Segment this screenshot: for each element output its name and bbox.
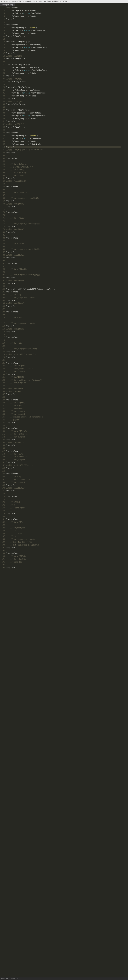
code-line[interactable]: "tag">?> — [6, 489, 120, 492]
code-line[interactable]: "tag"><?php — [6, 518, 120, 521]
code-line[interactable]: "fn">var_dump("var">$string); — [6, 143, 120, 146]
code-line[interactable]: // var_dump(is_numeric($a)); — [6, 274, 120, 276]
code-line[interactable]: "tag">?> — [6, 299, 120, 302]
code-line[interactable]: "fn">var_dump("var">$p); — [6, 49, 120, 52]
code-line[interactable]: //输出：int(23) ; — [6, 441, 120, 444]
code-line[interactable] — [6, 270, 120, 274]
code-line[interactable]: // var_dump(is_numeric($a)); — [6, 248, 120, 251]
code-line[interactable]: //输出：int(12) — [6, 390, 120, 393]
code-line[interactable] — [6, 239, 120, 242]
code-line[interactable]: "tag">?> — [6, 251, 120, 254]
code-line[interactable] — [6, 160, 120, 163]
code-line[interactable]: // $a = 0; — [6, 475, 120, 478]
code-line[interactable]: // var_dump(gettype($a)); — [6, 347, 120, 350]
code-line[interactable]: "tag">?>"tag"> --> — [6, 57, 120, 60]
code-line[interactable] — [6, 384, 120, 387]
code-line[interactable]: "fn">var_dump("var">$p); — [6, 32, 120, 35]
code-line[interactable]: "tag"><?php — [6, 427, 120, 430]
code-line[interactable]: // $b = boolval($a); — [6, 478, 120, 481]
code-line[interactable]: // $b = $a; — [6, 404, 120, 407]
code-line[interactable]: "tag">?> — [6, 373, 120, 376]
code-line[interactable]: "tag"><?php — [6, 211, 120, 214]
code-line[interactable] — [6, 515, 120, 518]
code-line[interactable]: "tag"><?php — [6, 157, 120, 160]
code-line[interactable] — [6, 549, 120, 552]
code-line[interactable] — [6, 313, 120, 316]
code-line[interactable]: // $a = "12dd234"; — [6, 268, 120, 270]
code-line[interactable]: "tag"><?php — [6, 310, 120, 313]
file-tab[interactable]: change1.php — [0, 3, 15, 6]
code-line[interactable]: //输出：int(12) ;string(7) "12ab234" — [6, 148, 120, 151]
code-line[interactable]: // var_dump($b); — [6, 413, 120, 416]
code-line[interactable]: "tag">?> — [6, 225, 120, 228]
code-line[interactable]: "var">$p = (integer)"var">$boolean; — [6, 46, 120, 49]
code-line[interactable]: "tag"><!-- "tag"><?php — [6, 40, 120, 43]
code-line[interactable]: // $a = "12234"; — [6, 216, 120, 220]
code-line[interactable]: // echo $b; — [6, 560, 120, 563]
code-line[interactable]: "tag">?> — [6, 438, 120, 441]
code-line[interactable] — [6, 396, 120, 399]
code-line[interactable]: "tag">?> — [6, 325, 120, 328]
code-line[interactable]: "var">$string = "12ab234"; — [6, 134, 120, 137]
code-line[interactable]: // $a = "12ab234"; — [6, 191, 120, 194]
code-line[interactable]: "tag">?> — [6, 146, 120, 149]
code-line[interactable]: "tag">?> — [6, 231, 120, 234]
code-line[interactable]: "tag">?>"tag"> --> — [6, 80, 120, 83]
code-line[interactable] — [6, 319, 120, 322]
code-line[interactable]: "tag">?> — [6, 546, 120, 549]
code-line[interactable]: // var_dump($f); — [6, 174, 120, 177]
code-line[interactable]: "tag">?> — [6, 151, 120, 154]
code-line[interactable]: "tag">?> — [6, 120, 120, 123]
code-line[interactable]: // $b = settype($a, "integer"); — [6, 379, 120, 382]
code-line[interactable]: // { — [6, 529, 120, 532]
code-line[interactable]: // $a = false;// — [6, 163, 120, 165]
code-line[interactable]: //会自动转化为浮点型12.0 — [6, 165, 120, 169]
code-line[interactable]: //输出：123 bool:true — [6, 541, 120, 544]
code-line[interactable] — [6, 38, 120, 41]
code-line[interactable]: // echo 123; — [6, 532, 120, 535]
code-line[interactable]: "tag">?> — [6, 18, 120, 21]
code-line[interactable]: "tag">?> — [6, 393, 120, 396]
code-line[interactable]: // var_dump(is_numeric($a)); — [6, 222, 120, 225]
code-line[interactable]: // $a = "12dd234"; — [6, 242, 120, 245]
code-line[interactable] — [6, 220, 120, 223]
code-line[interactable]: // $a = "0"; — [6, 521, 120, 524]
code-line[interactable]: "tag"><!-- "tag"><?php — [6, 108, 120, 111]
code-line[interactable]: "tag">?> — [6, 512, 120, 515]
code-line[interactable] — [6, 21, 120, 24]
code-line[interactable]: // var_dump($a); — [6, 410, 120, 413]
code-line[interactable]: // $a = 234; — [6, 453, 120, 455]
code-line[interactable]: // echo "jin"; — [6, 506, 120, 509]
code-line[interactable] — [6, 307, 120, 310]
code-line[interactable]: // $a = "123abc"; — [6, 555, 120, 558]
code-line[interactable]: // $a = "jin"; — [6, 401, 120, 404]
code-line[interactable]: //输出：int(1)真 — [6, 78, 120, 80]
code-line[interactable]: //输出：float(144.09) ; — [6, 180, 120, 183]
code-line[interactable] — [6, 333, 120, 336]
code-line[interactable]: // var_dump( $b); — [6, 382, 120, 384]
code-line[interactable]: "var">$p = (string)"var">$int; — [6, 12, 120, 15]
code-line[interactable]: // if($a) — [6, 501, 120, 504]
code-line[interactable]: //输出：bool(true) ; — [6, 328, 120, 331]
code-line[interactable]: "tag">?> — [6, 276, 120, 279]
code-line[interactable]: //输出：bool(false) ; — [6, 254, 120, 256]
code-line[interactable]: "tag">?> — [6, 566, 120, 569]
code-line[interactable]: "var">$int = "num">1234; — [6, 9, 120, 12]
code-line[interactable]: "tag"><?php — [6, 237, 120, 240]
code-line[interactable]: "tag"><?php — [6, 495, 120, 498]
code-line[interactable]: "var">$boolean = "num">false; — [6, 43, 120, 46]
code-line[interactable]: // $p = "dd"; — [6, 169, 120, 171]
code-line[interactable]: "tag">?> — [6, 330, 120, 333]
code-line[interactable]: // } — [6, 535, 120, 538]
code-line[interactable]: "tag"><!-- "tag"><?php — [6, 86, 120, 89]
code-area[interactable]: "tag"><?php "var">$int = "num">1234; "va… — [6, 6, 125, 980]
code-line[interactable]: //输出：bool(false) ; — [6, 487, 120, 490]
code-line[interactable]: // $f = $a + $p; — [6, 171, 120, 174]
code-line[interactable]: "tag"><?php — [6, 450, 120, 453]
code-line[interactable]: "tag">?> — [6, 52, 120, 55]
code-line[interactable] — [6, 259, 120, 262]
code-line[interactable]: //思考：这是反着的,是一边是true — [6, 544, 120, 546]
code-line[interactable]: "tag">?> — [6, 199, 120, 202]
code-line[interactable]: "tag">?> — [6, 350, 120, 353]
code-line[interactable]: // $a = 89; — [6, 342, 120, 345]
